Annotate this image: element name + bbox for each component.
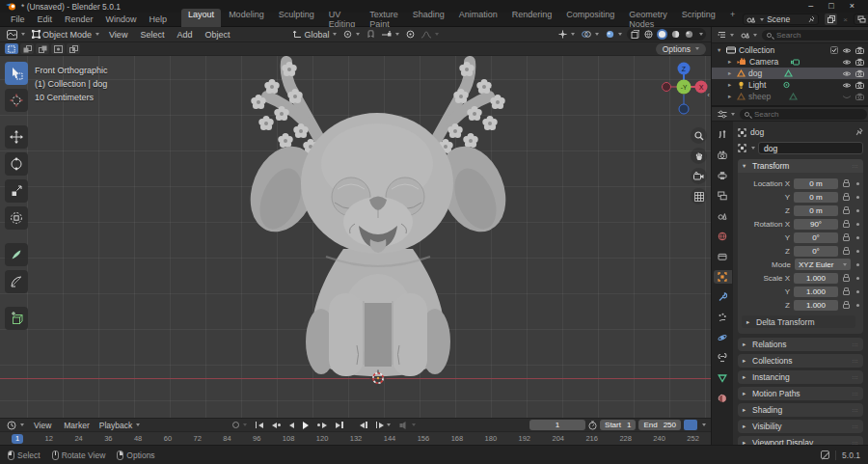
- outliner-scene-selector[interactable]: [739, 31, 759, 39]
- eye-closed-icon[interactable]: [842, 94, 852, 100]
- animate-dot-icon[interactable]: [856, 182, 859, 185]
- rotation-z-field[interactable]: 0°: [794, 246, 838, 257]
- previous-keyframe-button[interactable]: [269, 420, 285, 431]
- rotation-y-field[interactable]: 0°: [794, 232, 838, 243]
- drag-grip-icon[interactable]: :::: [852, 391, 858, 396]
- scene-selector[interactable]: Scene: [743, 14, 819, 25]
- camera-restrict-icon[interactable]: [855, 81, 864, 89]
- drag-grip-icon[interactable]: :::: [852, 423, 858, 429]
- select-mode-extend-button[interactable]: [20, 43, 34, 54]
- properties-editor-selector[interactable]: [716, 110, 737, 119]
- menu-edit[interactable]: Edit: [32, 14, 59, 25]
- properties-tab-particles[interactable]: [714, 311, 732, 324]
- eye-icon[interactable]: [842, 47, 852, 54]
- animate-dot-icon[interactable]: [856, 196, 859, 199]
- properties-tab-collection[interactable]: [714, 250, 732, 263]
- next-keyframe-button[interactable]: [314, 420, 330, 431]
- drag-grip-icon[interactable]: :::: [852, 163, 858, 169]
- shading-solid-button[interactable]: [657, 29, 667, 40]
- location-x-field[interactable]: 0 m: [794, 178, 838, 189]
- lock-icon[interactable]: [843, 277, 850, 282]
- current-frame-field[interactable]: 1: [529, 420, 585, 430]
- disclosure-icon[interactable]: ▾: [718, 46, 723, 54]
- properties-tab-constraints[interactable]: [714, 351, 732, 365]
- location-z-field[interactable]: 0 m: [794, 205, 838, 216]
- panel-visibility[interactable]: ▸Visibility:::: [738, 420, 863, 433]
- menu-viewport-select[interactable]: Select: [135, 30, 169, 40]
- rotation-mode-select[interactable]: XYZ Euler: [795, 259, 851, 270]
- pin-icon[interactable]: [855, 127, 863, 136]
- toggle-xray-button[interactable]: [630, 29, 640, 40]
- camera-view-icon[interactable]: [691, 168, 707, 184]
- xray-toggle-dropdown[interactable]: [604, 30, 624, 39]
- collection-name[interactable]: Collection: [739, 45, 774, 55]
- animate-dot-icon[interactable]: [856, 236, 859, 239]
- lock-icon[interactable]: [843, 223, 850, 228]
- animate-dot-icon[interactable]: [856, 263, 859, 266]
- unlink-scene-button[interactable]: ×: [843, 15, 848, 24]
- drag-grip-icon[interactable]: :::: [852, 341, 858, 347]
- viewport-3d[interactable]: Front Orthographic (1) Collection | dog …: [0, 56, 711, 418]
- tool-annotate[interactable]: [5, 243, 28, 266]
- eye-icon[interactable]: [842, 59, 852, 66]
- properties-tab-material[interactable]: [714, 392, 732, 405]
- animate-dot-icon[interactable]: [856, 290, 859, 293]
- select-mode-set-button[interactable]: [5, 43, 18, 54]
- outliner-row-sheep[interactable]: ▸ sheep: [712, 91, 868, 102]
- tool-move[interactable]: [5, 125, 28, 149]
- shading-rendered-button[interactable]: [684, 29, 694, 40]
- object-name[interactable]: sheep: [748, 92, 771, 101]
- disclosure-icon[interactable]: ▸: [728, 81, 734, 89]
- proportional-editing-toggle[interactable]: [404, 30, 417, 39]
- breadcrumb-object-name[interactable]: dog: [750, 127, 764, 137]
- maximize-button[interactable]: □: [828, 0, 833, 13]
- close-button[interactable]: ×: [850, 0, 854, 13]
- current-frame-indicator[interactable]: 1: [12, 434, 23, 444]
- tool-add-primitive[interactable]: [5, 307, 28, 330]
- camera-restrict-icon[interactable]: [855, 46, 864, 54]
- rotation-x-field[interactable]: 90°: [794, 219, 838, 230]
- tool-transform[interactable]: [5, 206, 28, 230]
- disclosure-icon[interactable]: ▸: [728, 58, 734, 66]
- tool-cursor[interactable]: [5, 89, 28, 112]
- properties-tab-output[interactable]: [714, 169, 732, 182]
- menu-file[interactable]: File: [5, 14, 31, 25]
- drag-grip-icon[interactable]: :::: [852, 440, 858, 445]
- orthographic-grid-icon[interactable]: [691, 188, 707, 205]
- tool-measure[interactable]: [5, 270, 28, 293]
- panel-viewport-display[interactable]: ▸Viewport Display:::: [738, 436, 863, 445]
- start-frame-field[interactable]: Start 1: [600, 420, 636, 430]
- timeline-ruler[interactable]: 1 12 24 36 48 60 72 84 96 108 120 132 14…: [0, 431, 711, 445]
- dog-model[interactable]: [0, 56, 711, 418]
- navigation-gizmo[interactable]: Z X -Y: [660, 60, 708, 122]
- pan-hand-icon[interactable]: [691, 148, 707, 164]
- properties-tab-physics[interactable]: [714, 331, 732, 344]
- pivot-point-selector[interactable]: [341, 30, 362, 39]
- properties-tab-scene[interactable]: [714, 209, 732, 223]
- frame-step-back-button[interactable]: [357, 420, 370, 431]
- drag-grip-icon[interactable]: :::: [852, 407, 858, 413]
- transform-orientation-selector[interactable]: Global: [291, 30, 339, 40]
- outliner-row-collection[interactable]: ▾ Collection: [712, 44, 868, 56]
- drag-grip-icon[interactable]: :::: [852, 374, 858, 380]
- camera-restrict-icon[interactable]: [855, 69, 864, 77]
- drag-grip-icon[interactable]: :::: [852, 358, 858, 364]
- properties-tab-world[interactable]: [714, 230, 732, 243]
- scale-z-field[interactable]: 1.000: [794, 300, 838, 311]
- timeline-editor-selector[interactable]: [5, 421, 26, 430]
- checkbox-icon[interactable]: [830, 46, 838, 54]
- editor-type-selector[interactable]: [5, 30, 27, 40]
- menu-viewport-view[interactable]: View: [104, 30, 132, 40]
- select-mode-intersect-button[interactable]: [67, 43, 80, 54]
- network-offline-icon[interactable]: [821, 450, 829, 459]
- disclosure-icon[interactable]: ▸: [728, 69, 734, 77]
- lock-icon[interactable]: [843, 236, 850, 241]
- end-frame-field[interactable]: End 250: [638, 420, 681, 430]
- outliner-row-light[interactable]: ▸ Light: [712, 79, 868, 91]
- animate-dot-icon[interactable]: [856, 277, 859, 280]
- object-name[interactable]: Camera: [749, 57, 778, 67]
- tool-rotate[interactable]: [5, 152, 28, 176]
- properties-search-input[interactable]: [752, 109, 862, 120]
- options-dropdown[interactable]: Options: [656, 43, 706, 55]
- menu-viewport-add[interactable]: Add: [172, 30, 197, 40]
